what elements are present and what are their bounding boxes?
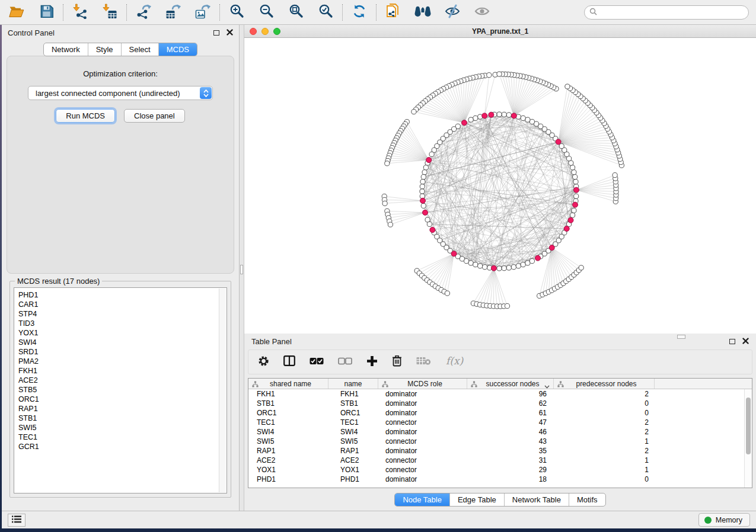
network-node[interactable] [579, 265, 583, 270]
zoom-out-button[interactable] [258, 4, 275, 21]
cell-MCDS-role[interactable]: connector [378, 456, 467, 465]
split-panel-button[interactable] [283, 355, 295, 368]
cell-MCDS-role[interactable]: dominator [378, 446, 467, 456]
column-header-predecessor-nodes[interactable]: predecessor nodes [554, 379, 655, 389]
mcds-node[interactable] [482, 113, 487, 118]
zoom-fit-content-button[interactable] [288, 4, 304, 21]
table-row[interactable]: FKH1FKH1dominator962 [248, 389, 752, 399]
tab-network[interactable]: Network [44, 43, 88, 56]
search-input[interactable] [600, 8, 744, 17]
mcds-node[interactable] [451, 251, 457, 257]
cell-shared-name[interactable]: PHD1 [248, 475, 328, 484]
cell-MCDS-role[interactable]: dominator [378, 389, 467, 399]
save-session-button[interactable] [38, 4, 55, 21]
mcds-node[interactable] [573, 202, 578, 207]
delete-column-button[interactable] [392, 355, 402, 369]
close-panel-icon[interactable] [227, 28, 233, 37]
result-node-item[interactable]: STB5 [18, 385, 227, 395]
result-node-item[interactable]: TEC1 [18, 432, 227, 442]
network-node[interactable] [497, 112, 502, 117]
result-node-item[interactable]: RAP1 [18, 404, 227, 414]
float-table-panel-icon[interactable] [729, 339, 735, 344]
select-all-button[interactable] [310, 357, 324, 367]
network-node[interactable] [468, 261, 473, 265]
network-node[interactable] [559, 144, 564, 149]
float-panel-icon[interactable] [213, 30, 219, 36]
table-scrollbar-thumb[interactable] [746, 398, 751, 454]
cell-successor-nodes[interactable]: 96 [467, 389, 554, 399]
table-row[interactable]: ACE2ACE2connector311 [248, 456, 752, 465]
network-node[interactable] [521, 116, 525, 120]
search-network-button[interactable] [414, 4, 431, 21]
result-node-item[interactable]: CAR1 [18, 300, 227, 309]
memory-button[interactable]: Memory [698, 513, 750, 527]
cell-name[interactable]: YOX1 [328, 465, 378, 475]
column-header-shared-name[interactable]: shared name [248, 379, 328, 389]
table-row[interactable]: SWI5SWI5connector431 [248, 437, 752, 446]
network-node[interactable] [483, 265, 487, 270]
zoom-selected-button[interactable] [317, 4, 334, 21]
cell-predecessor-nodes[interactable]: 0 [554, 408, 655, 418]
network-node[interactable] [529, 259, 534, 264]
network-node[interactable] [525, 261, 530, 265]
network-node[interactable] [569, 161, 573, 165]
network-node[interactable] [516, 264, 521, 268]
network-node[interactable] [511, 265, 516, 270]
table-row[interactable]: ORC1ORC1dominator610 [248, 408, 752, 418]
mcds-node[interactable] [420, 198, 426, 203]
export-network-button[interactable] [135, 4, 152, 21]
network-node[interactable] [421, 175, 426, 180]
cell-predecessor-nodes[interactable]: 2 [554, 418, 655, 427]
result-node-item[interactable]: SWI5 [18, 423, 227, 432]
mcds-node[interactable] [535, 255, 541, 261]
result-node-item[interactable]: GCR1 [18, 442, 227, 451]
network-node[interactable] [565, 84, 570, 89]
cell-name[interactable]: PHD1 [328, 475, 378, 484]
network-node[interactable] [420, 184, 425, 189]
tab-mcds[interactable]: MCDS [158, 43, 197, 56]
cell-MCDS-role[interactable]: connector [378, 437, 467, 446]
cell-predecessor-nodes[interactable]: 0 [554, 475, 655, 484]
table-row[interactable]: SWI4SWI4dominator462 [248, 427, 752, 437]
cell-successor-nodes[interactable]: 61 [467, 408, 554, 418]
export-table-button[interactable] [165, 4, 181, 21]
cell-shared-name[interactable]: SWI4 [248, 427, 328, 437]
search-box[interactable] [584, 5, 749, 20]
result-node-item[interactable]: ORC1 [18, 395, 227, 404]
cell-shared-name[interactable]: ACE2 [248, 456, 328, 465]
result-node-item[interactable]: STP4 [18, 309, 227, 319]
tab-node-table[interactable]: Node Table [395, 493, 449, 506]
run-mcds-button[interactable]: Run MCDS [56, 109, 115, 123]
export-web-page-button[interactable] [385, 4, 401, 21]
network-node[interactable] [570, 213, 575, 217]
show-panels-menu-button[interactable] [8, 514, 25, 527]
network-node[interactable] [529, 119, 534, 124]
mcds-node[interactable] [549, 245, 554, 251]
cell-successor-nodes[interactable]: 47 [467, 418, 554, 427]
network-node[interactable] [412, 110, 416, 114]
zoom-in-button[interactable] [228, 4, 245, 21]
result-list-scrollbar[interactable] [219, 289, 226, 492]
cell-name[interactable]: TEC1 [328, 418, 378, 427]
cell-predecessor-nodes[interactable]: 2 [554, 389, 655, 399]
result-node-item[interactable]: YOX1 [18, 328, 227, 338]
cell-predecessor-nodes[interactable]: 2 [554, 427, 655, 437]
cell-shared-name[interactable]: FKH1 [248, 389, 328, 399]
column-header-MCDS-role[interactable]: MCDS role [378, 379, 467, 389]
close-table-panel-icon[interactable] [742, 337, 749, 346]
network-canvas[interactable] [244, 38, 756, 334]
open-file-button[interactable] [8, 4, 25, 21]
network-node[interactable] [572, 208, 576, 213]
cell-shared-name[interactable]: STB1 [248, 399, 328, 408]
cell-predecessor-nodes[interactable]: 2 [554, 446, 655, 456]
cell-predecessor-nodes[interactable]: 0 [554, 399, 655, 408]
network-node[interactable] [473, 262, 478, 267]
network-node[interactable] [521, 262, 525, 267]
export-image-button[interactable] [194, 4, 211, 21]
table-row[interactable]: RAP1RAP1dominator352 [248, 446, 752, 456]
cell-predecessor-nodes[interactable]: 1 [554, 456, 655, 465]
table-row[interactable]: TEC1TEC1connector472 [248, 418, 752, 427]
network-node[interactable] [574, 194, 579, 198]
cell-MCDS-role[interactable]: connector [378, 418, 467, 427]
network-node[interactable] [573, 180, 578, 184]
